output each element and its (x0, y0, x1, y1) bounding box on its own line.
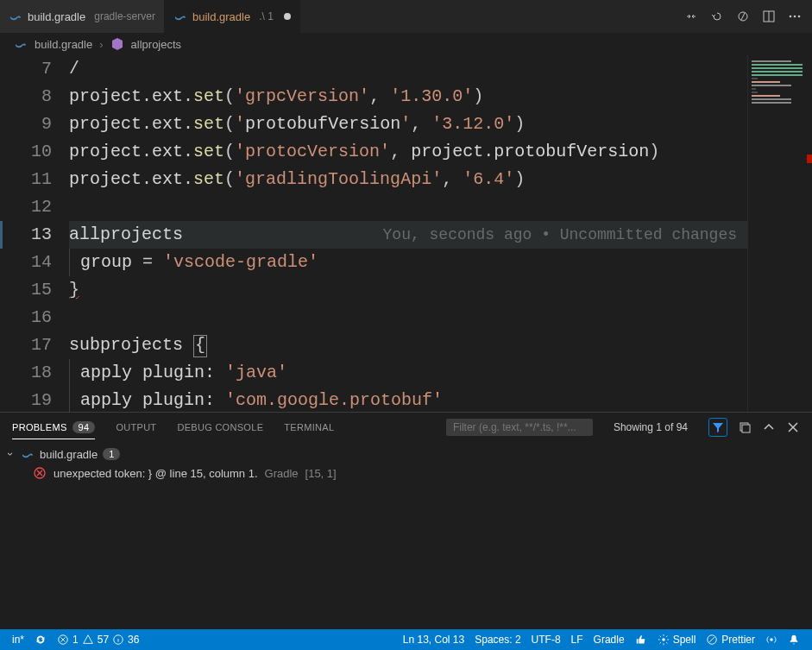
status-encoding[interactable]: UTF-8 (526, 629, 566, 650)
prettier-icon (706, 634, 718, 646)
svg-point-15 (770, 638, 773, 641)
bottom-panel: PROBLEMS 94 OUTPUT DEBUG CONSOLE TERMINA… (0, 412, 812, 629)
status-cursor[interactable]: Ln 13, Col 13 (398, 629, 469, 650)
tab-problems[interactable]: PROBLEMS 94 (12, 421, 95, 439)
chevron-right-icon: › (99, 38, 103, 51)
tab-output[interactable]: OUTPUT (116, 422, 156, 432)
error-icon (57, 634, 69, 646)
breadcrumb-symbol[interactable]: allprojects (131, 38, 182, 51)
breadcrumb-file[interactable]: build.gradle (35, 38, 92, 51)
info-icon (112, 634, 124, 646)
problem-message: unexpected token: } @ line 15, column 1. (54, 467, 258, 480)
minimap[interactable] (747, 55, 812, 412)
split-editor-icon[interactable] (762, 9, 776, 23)
problems-count-badge: 94 (72, 421, 96, 433)
chevron-up-icon[interactable] (762, 420, 776, 434)
editor-tab[interactable]: build.gradle gradle-server (0, 0, 165, 33)
status-notifications[interactable] (760, 629, 783, 650)
svg-rect-7 (742, 425, 750, 432)
status-problems[interactable]: 1 57 36 (52, 629, 144, 650)
problems-file-group[interactable]: › build.gradle 1 (9, 445, 803, 463)
panel-tabs: PROBLEMS 94 OUTPUT DEBUG CONSOLE TERMINA… (0, 413, 812, 442)
more-icon[interactable] (788, 9, 802, 23)
problem-source: Gradle (265, 467, 299, 480)
svg-point-3 (790, 16, 792, 18)
tab-label: build.gradle (192, 10, 250, 23)
modified-indicator-icon (284, 13, 291, 20)
status-branch[interactable]: in* (7, 629, 29, 650)
status-sync[interactable] (29, 629, 52, 650)
status-bar: in* 1 57 36 Ln 13, Col 13 Spaces: 2 UTF-… (0, 629, 812, 650)
gear-icon (658, 634, 670, 646)
code-area[interactable]: /project.ext.set('grpcVersion', '1.30.0'… (69, 55, 747, 412)
error-icon (33, 466, 47, 480)
status-eol[interactable]: LF (566, 629, 589, 650)
warning-icon (82, 634, 94, 646)
tab-label: build.gradle (28, 10, 85, 23)
open-changes-icon[interactable] (736, 9, 750, 23)
gradle-file-icon (9, 9, 22, 23)
problem-location: [15, 1] (305, 467, 337, 480)
tab-debug-console[interactable]: DEBUG CONSOLE (177, 422, 263, 432)
svg-point-4 (794, 16, 796, 18)
broadcast-icon (765, 634, 777, 646)
problems-showing: Showing 1 of 94 (614, 421, 688, 433)
bell-icon (788, 634, 800, 646)
thumbs-up-icon (635, 634, 647, 646)
line-number-gutter: 78910111213141516171819 (0, 55, 69, 412)
editor-tab-active[interactable]: build.gradle .\ 1 (165, 0, 300, 33)
filter-icon[interactable] (708, 418, 727, 437)
file-problem-count: 1 (103, 448, 120, 460)
sync-icon (35, 634, 47, 646)
status-language[interactable]: Gradle (589, 629, 630, 650)
breadcrumb[interactable]: build.gradle › allprojects (0, 33, 812, 55)
svg-point-5 (798, 16, 801, 18)
editor-actions (674, 0, 812, 33)
status-feedback[interactable] (630, 629, 652, 650)
collapse-all-icon[interactable] (738, 420, 752, 434)
status-prettier[interactable]: Prettier (701, 629, 760, 650)
editor[interactable]: 78910111213141516171819 /project.ext.set… (0, 55, 812, 412)
tab-sublabel: gradle-server (94, 10, 155, 22)
status-spaces[interactable]: Spaces: 2 (469, 629, 526, 650)
editor-tabs-bar: build.gradle gradle-server build.gradle … (0, 0, 812, 33)
svg-point-13 (662, 638, 665, 641)
compare-changes-icon[interactable] (684, 9, 698, 23)
status-spell[interactable]: Spell (652, 629, 702, 650)
status-bell[interactable] (783, 629, 805, 650)
gradle-file-icon (21, 447, 35, 461)
problem-item[interactable]: unexpected token: } @ line 15, column 1.… (9, 463, 803, 483)
chevron-down-icon: › (4, 452, 16, 456)
problems-filter-input[interactable] (446, 419, 593, 436)
minimap-error-marker[interactable] (807, 155, 812, 163)
tab-terminal[interactable]: TERMINAL (284, 422, 334, 432)
close-icon[interactable] (786, 420, 800, 434)
problems-file-name: build.gradle (40, 448, 98, 461)
revert-icon[interactable] (710, 9, 724, 23)
gradle-file-icon (173, 9, 187, 23)
git-blame-annotation: You, seconds ago • Uncommitted changes (383, 221, 737, 249)
problems-list: › build.gradle 1 unexpected token: } @ l… (0, 442, 812, 629)
tab-sublabel: .\ 1 (259, 10, 274, 22)
gradle-file-icon (14, 37, 28, 51)
symbol-icon (110, 37, 124, 51)
